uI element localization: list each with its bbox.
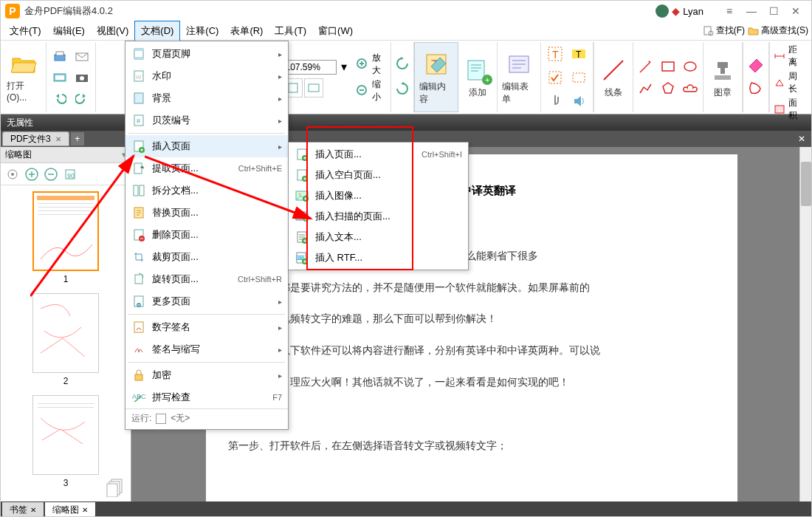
vertical-scrollbar[interactable] bbox=[799, 147, 811, 501]
ink-button[interactable] bbox=[747, 80, 765, 99]
menu-split-doc[interactable]: 拆分文档... bbox=[125, 179, 288, 202]
menu-background[interactable]: 背景▸ bbox=[125, 87, 288, 109]
rtf-icon: RTF bbox=[295, 250, 309, 265]
menu-delete-pages[interactable]: 删除页面... bbox=[125, 224, 288, 246]
measure-area-button[interactable]: 面积 bbox=[773, 97, 805, 122]
audio-tool-button[interactable] bbox=[568, 90, 590, 112]
menu-replace-pages[interactable]: 替换页面... bbox=[125, 202, 288, 224]
rotate-ccw-button[interactable] bbox=[394, 55, 410, 75]
zoom-input[interactable] bbox=[283, 60, 337, 75]
eraser-button[interactable] bbox=[746, 56, 765, 75]
menu-tools[interactable]: 工具(T) bbox=[269, 21, 312, 41]
measure-distance-button[interactable]: 距离 bbox=[773, 44, 805, 69]
svg-rect-0 bbox=[704, 27, 711, 35]
maximize-button[interactable]: ☐ bbox=[763, 4, 785, 18]
svg-rect-70 bbox=[297, 212, 306, 215]
thumb-zoomout-button[interactable] bbox=[42, 165, 60, 183]
menu-crop-pages[interactable]: 裁剪页面... bbox=[125, 246, 288, 268]
page-stack-icon[interactable] bbox=[106, 476, 126, 497]
menu-extract-pages[interactable]: 提取页面...Ctrl+Shift+E bbox=[125, 157, 288, 179]
menu-bates[interactable]: #贝茨编号▸ bbox=[125, 109, 288, 131]
thumb-settings-button[interactable] bbox=[4, 165, 21, 183]
find-button[interactable]: 查找(F) bbox=[703, 24, 745, 37]
menu-spellcheck[interactable]: ABC拼写检查F7 bbox=[125, 386, 288, 408]
stamp-button[interactable]: 图章 bbox=[703, 42, 743, 112]
close-button[interactable]: ✕ bbox=[785, 4, 807, 18]
eraser-group bbox=[743, 42, 769, 112]
menu-header-footer[interactable]: 页眉页脚▸ bbox=[125, 43, 288, 65]
tab-close-icon[interactable]: ✕ bbox=[55, 135, 61, 143]
rect-shape-button[interactable] bbox=[658, 57, 678, 76]
edit-content-button[interactable]: T 编辑内容 bbox=[414, 42, 458, 112]
main-toolbar: 打开(O)... ▾ bbox=[1, 41, 811, 114]
thumbnail-page-1[interactable]: 1 bbox=[7, 191, 125, 284]
user-name[interactable]: Lyan bbox=[683, 6, 703, 17]
submenu-insert-text[interactable]: 插入文本... bbox=[289, 227, 468, 247]
menu-insert-pages[interactable]: 插入页面▸ bbox=[125, 135, 288, 157]
advanced-find-button[interactable]: 高级查找(S) bbox=[748, 24, 808, 37]
lines-button[interactable]: 线条 bbox=[593, 42, 633, 112]
polygon-shape-button[interactable] bbox=[658, 79, 678, 98]
zoom-dropdown-icon[interactable]: ▾ bbox=[338, 58, 350, 77]
submenu-insert-image[interactable]: 插入图像... bbox=[289, 185, 468, 206]
menu-file[interactable]: 文件(T) bbox=[4, 21, 47, 41]
ellipse-shape-button[interactable] bbox=[681, 57, 700, 76]
attachment-tool-button[interactable] bbox=[544, 90, 566, 112]
text-tool-button[interactable]: T bbox=[544, 43, 566, 65]
new-tab-button[interactable]: + bbox=[71, 132, 84, 145]
submenu-insert-rtf[interactable]: RTF插入 RTF... bbox=[289, 247, 468, 268]
add-button[interactable]: + 添加 bbox=[458, 42, 498, 112]
fit-visible-button[interactable] bbox=[304, 78, 323, 97]
tab-close-all-button[interactable]: ✕ bbox=[795, 132, 808, 145]
zoom-in-button[interactable]: 放大 bbox=[356, 52, 387, 77]
camera-button[interactable] bbox=[72, 69, 92, 86]
menu-sign-initials[interactable]: 签名与缩写▸ bbox=[125, 338, 288, 360]
scan-button[interactable] bbox=[49, 69, 70, 86]
thumb-zoomin-button[interactable] bbox=[23, 165, 41, 183]
edit-form-button[interactable]: 编辑表单 bbox=[498, 42, 541, 112]
thumbnail-page-3[interactable]: 3 bbox=[7, 395, 125, 488]
background-icon bbox=[131, 91, 146, 106]
arrow-shape-button[interactable] bbox=[636, 57, 656, 76]
page-number: 1 bbox=[63, 274, 69, 284]
bookmark-tab[interactable]: 书签✕ bbox=[2, 502, 44, 517]
menu-annotate[interactable]: 注释(C) bbox=[180, 21, 224, 41]
header-footer-icon bbox=[131, 47, 146, 61]
mail-button[interactable] bbox=[72, 48, 92, 66]
thumbnails-list[interactable]: 1 2 3 bbox=[1, 185, 131, 501]
zoom-out-button[interactable]: 缩小 bbox=[356, 78, 387, 103]
menu-run-row[interactable]: 运行:<无> bbox=[125, 408, 288, 428]
menu-more-pages[interactable]: 更多页面▸ bbox=[125, 290, 288, 312]
thumb-rotate-button[interactable]: 90 bbox=[61, 165, 79, 183]
thumbnail-page-2[interactable]: 2 bbox=[7, 293, 125, 386]
menu-watermark[interactable]: W水印▸ bbox=[125, 65, 288, 87]
cloud-shape-button[interactable] bbox=[681, 79, 700, 98]
menu-edit[interactable]: 编辑(E) bbox=[47, 21, 91, 41]
vip-diamond-icon[interactable]: ◆ bbox=[672, 5, 680, 17]
rotate-cw-button[interactable] bbox=[394, 81, 410, 100]
menu-digital-sign[interactable]: 数字签名▸ bbox=[125, 316, 288, 338]
menu-rotate-pages[interactable]: 旋转页面...Ctrl+Shift+R bbox=[125, 268, 288, 290]
menu-document[interactable]: 文档(D) bbox=[134, 21, 180, 41]
highlight-tool-button[interactable]: T bbox=[568, 43, 590, 65]
submenu-insert-pages[interactable]: 插入页面...Ctrl+Shift+I bbox=[289, 144, 468, 165]
menu-icon[interactable]: ≡ bbox=[718, 4, 740, 18]
checkbox-tool-button[interactable] bbox=[544, 66, 566, 89]
menu-window[interactable]: 窗口(W) bbox=[312, 21, 359, 41]
submenu-insert-blank[interactable]: 插入空白页面... bbox=[289, 165, 468, 185]
document-tab[interactable]: PDF文件3 ✕ bbox=[2, 131, 69, 146]
menu-form[interactable]: 表单(R) bbox=[224, 21, 269, 41]
rect-tool-button[interactable] bbox=[568, 66, 590, 89]
minimize-button[interactable]: — bbox=[740, 4, 763, 18]
undo-button[interactable] bbox=[49, 89, 70, 107]
polyline-shape-button[interactable] bbox=[636, 79, 656, 98]
menu-encrypt[interactable]: 加密▸ bbox=[125, 364, 288, 386]
open-folder-icon[interactable] bbox=[11, 52, 38, 78]
redo-button[interactable] bbox=[72, 89, 92, 107]
measure-perimeter-button[interactable]: 周长 bbox=[773, 70, 805, 95]
menu-view[interactable]: 视图(V) bbox=[91, 21, 134, 41]
user-avatar-icon[interactable] bbox=[656, 4, 669, 18]
print-button[interactable] bbox=[49, 48, 70, 66]
thumbnails-tab[interactable]: 缩略图✕ bbox=[45, 502, 95, 517]
submenu-insert-scanned[interactable]: 插入扫描的页面... bbox=[289, 206, 468, 227]
